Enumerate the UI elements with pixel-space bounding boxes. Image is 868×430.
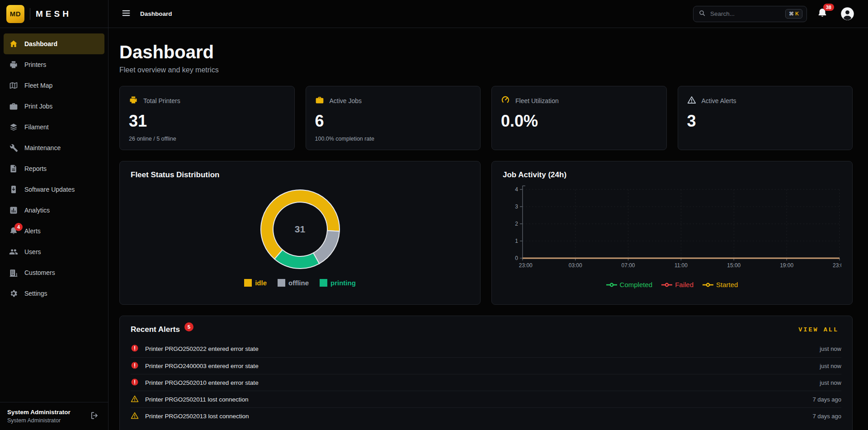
alerts-count-badge: 4 — [14, 223, 23, 231]
legend-item-failed[interactable]: Failed — [661, 281, 693, 288]
gear-icon — [9, 289, 18, 298]
fleet-status-card: Fleet Status Distribution 31 idleoffline… — [119, 161, 481, 305]
sidebar-item-dashboard[interactable]: Dashboard — [4, 33, 104, 54]
gauge-icon — [501, 95, 510, 106]
sidebar-item-label: Filament — [24, 123, 49, 131]
sidebar-item-analytics[interactable]: Analytics — [4, 200, 104, 221]
document-icon — [9, 164, 18, 173]
legend-item-completed[interactable]: Completed — [606, 281, 653, 288]
stat-value: 3 — [687, 112, 844, 131]
search-icon — [698, 9, 706, 19]
map-icon — [9, 81, 18, 90]
legend-item-offline[interactable]: offline — [278, 279, 309, 287]
job-activity-card: Job Activity (24h) 0123423:0003:0007:001… — [491, 161, 853, 305]
sidebar-item-label: Software Updates — [24, 186, 75, 193]
alert-time: 7 days ago — [812, 396, 841, 403]
sidebar-item-label: Dashboard — [24, 40, 57, 47]
sidebar-item-label: Settings — [24, 290, 47, 297]
legend-marker — [703, 283, 713, 287]
donut-center-label: 31 — [259, 189, 341, 270]
error-circle-icon — [131, 344, 139, 354]
stat-subtext: 26 online / 5 offline — [129, 136, 285, 142]
alert-time: just now — [820, 363, 841, 369]
alert-row[interactable]: Printer PRGO2502022 entered error state … — [131, 340, 841, 357]
svg-text:23:00: 23:00 — [833, 262, 841, 269]
sidebar-item-print-jobs[interactable]: Print Jobs — [4, 96, 104, 117]
user-name: System Administrator — [7, 409, 71, 416]
legend-item-printing[interactable]: printing — [320, 279, 356, 287]
stat-subtext — [501, 136, 657, 142]
device-download-icon — [9, 185, 18, 194]
sidebar-item-label: Users — [24, 248, 41, 255]
sidebar-item-maintenance[interactable]: Maintenance — [4, 137, 104, 158]
briefcase-icon — [315, 95, 324, 106]
building-icon — [9, 268, 18, 277]
alert-message: Printer PRGO2502013 lost connection — [145, 413, 249, 420]
hamburger-icon — [121, 13, 131, 19]
logout-button[interactable] — [88, 409, 101, 423]
breadcrumb: Dashboard — [140, 10, 172, 17]
sidebar-item-label: Customers — [24, 269, 55, 276]
sidebar-item-printers[interactable]: Printers — [4, 54, 104, 75]
svg-text:07:00: 07:00 — [622, 262, 635, 269]
recent-alerts-card: Recent Alerts 5 VIEW ALL Printer PRGO250… — [119, 316, 853, 430]
search-input[interactable] — [709, 10, 782, 18]
alert-time: 7 days ago — [812, 413, 841, 420]
charts-row: Fleet Status Distribution 31 idleoffline… — [119, 161, 853, 305]
stat-label: Active Alerts — [702, 97, 736, 104]
job-activity-line-chart: 0123423:0003:0007:0011:0015:0019:0023:00 — [503, 182, 841, 277]
stat-label: Fleet Utilization — [515, 97, 559, 104]
view-all-button[interactable]: VIEW ALL — [796, 326, 841, 334]
sidebar-item-alerts[interactable]: 4 Alerts — [4, 221, 104, 241]
stat-card-active-jobs: Active Jobs 6 100.0% completion rate — [306, 86, 481, 150]
printer-icon — [9, 60, 18, 69]
alert-row[interactable]: Printer PRGO2400003 entered error state … — [131, 357, 841, 374]
stat-value: 6 — [315, 112, 472, 131]
app-root: MD MESH Dashboard Printers Fleet Map Pri… — [0, 0, 868, 430]
brand-name: MESH — [36, 9, 71, 19]
alert-row[interactable]: Printer PRGO2502010 entered error state … — [131, 374, 841, 391]
search-shortcut-badge: ⌘ K — [785, 9, 802, 19]
legend-marker — [661, 283, 672, 287]
logout-icon — [90, 415, 99, 421]
sidebar-item-label: Print Jobs — [24, 103, 52, 110]
bell-icon: 4 — [9, 227, 18, 236]
main-area: Dashboard ⌘ K 38 Dashboard Fleet overvie… — [108, 0, 868, 430]
svg-text:19:00: 19:00 — [780, 262, 793, 269]
bell-icon — [817, 13, 828, 20]
sidebar-item-users[interactable]: Users — [4, 241, 104, 262]
stat-card-fleet-utilization: Fleet Utilization 0.0% — [491, 86, 667, 150]
alert-row[interactable]: Printer PRGO2502013 lost connection 7 da… — [131, 407, 841, 424]
stats-row: Total Printers 31 26 online / 5 offline … — [119, 86, 853, 150]
user-role: System Administrator — [7, 417, 71, 424]
legend-label: printing — [330, 279, 356, 287]
legend-label: offline — [288, 279, 309, 287]
warning-triangle-icon — [131, 411, 139, 421]
page-subtitle: Fleet overview and key metrics — [119, 66, 853, 74]
menu-toggle-button[interactable] — [120, 7, 132, 20]
sidebar-item-label: Reports — [24, 165, 47, 172]
logo-divider — [30, 8, 30, 20]
sidebar-item-fleet-map[interactable]: Fleet Map — [4, 75, 104, 96]
notifications-button[interactable]: 38 — [817, 8, 828, 20]
sidebar-nav: Dashboard Printers Fleet Map Print Jobs … — [0, 28, 108, 402]
user-menu-button[interactable] — [840, 7, 854, 21]
briefcase-icon — [9, 102, 18, 111]
users-icon — [9, 247, 18, 256]
home-icon — [9, 39, 18, 48]
donut-legend: idleofflineprinting — [131, 279, 469, 287]
layers-icon — [9, 123, 18, 132]
sidebar-item-customers[interactable]: Customers — [4, 262, 104, 283]
sidebar-item-software-updates[interactable]: Software Updates — [4, 179, 104, 200]
alert-message: Printer PRGO2502011 lost connection — [145, 396, 249, 403]
sidebar-item-settings[interactable]: Settings — [4, 283, 104, 304]
sidebar: MD MESH Dashboard Printers Fleet Map Pri… — [0, 0, 108, 430]
legend-item-idle[interactable]: idle — [244, 279, 267, 287]
sidebar-item-filament[interactable]: Filament — [4, 117, 104, 137]
wrench-icon — [9, 143, 18, 152]
sidebar-item-reports[interactable]: Reports — [4, 158, 104, 179]
legend-item-started[interactable]: Started — [703, 281, 738, 288]
topbar: Dashboard ⌘ K 38 — [108, 0, 868, 28]
alert-row[interactable]: Printer PRGO2502011 lost connection 7 da… — [131, 391, 841, 407]
avatar-icon — [840, 7, 854, 21]
